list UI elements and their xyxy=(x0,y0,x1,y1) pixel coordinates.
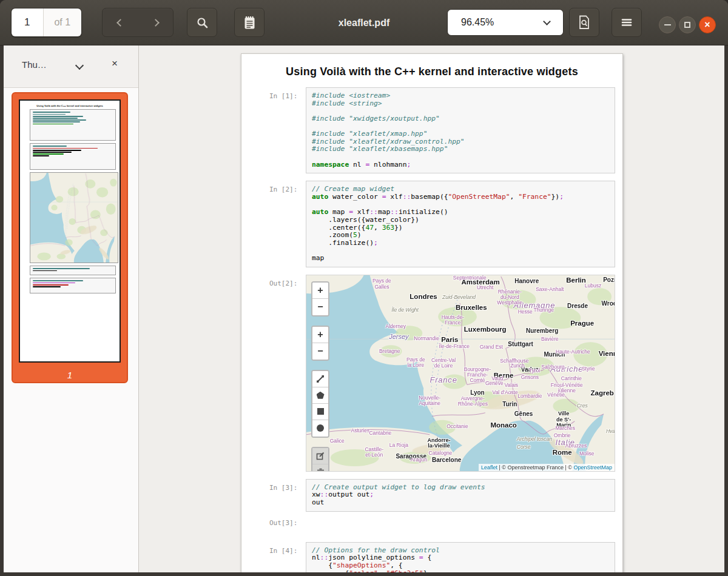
map-label: Castille- et-León xyxy=(365,447,383,458)
map-label: Londres xyxy=(410,293,437,300)
map-controls: + − + − xyxy=(311,281,329,472)
map-attribution: Leaflet | © Openstreetmap France | © Ope… xyxy=(479,464,615,471)
map-label: Grisons xyxy=(521,375,539,381)
map-label: Île-de-France xyxy=(439,344,470,349)
map-label: Jersey xyxy=(389,333,408,341)
evince-window: 1 of 1 xleaflet.pdf 96.45% xyxy=(0,0,728,576)
draw-toolbar xyxy=(311,370,329,438)
notebook-title: Using Voilà with the C++ kernel and inte… xyxy=(241,65,622,78)
map-label: Rome xyxy=(553,449,572,456)
map-label: Paris xyxy=(441,336,458,343)
map-label: Monaco xyxy=(490,421,516,429)
zoom-in-button: + xyxy=(312,283,328,299)
map-label: Valais xyxy=(505,383,519,389)
maximize-button[interactable] xyxy=(679,16,696,33)
titlebar: 1 of 1 xleaflet.pdf 96.45% xyxy=(0,0,728,45)
document-properties-button[interactable] xyxy=(569,8,599,37)
edit-layers-button xyxy=(312,448,328,464)
sidebar-mode-dropdown[interactable] xyxy=(75,61,84,70)
minimize-button[interactable] xyxy=(659,16,676,33)
zoom-level-select[interactable]: 96.45% xyxy=(447,9,564,36)
code-block: #include <iostream> #include <string> #i… xyxy=(306,87,615,173)
map-label: Ombrie xyxy=(554,433,571,438)
map-label: Hauts-de- France xyxy=(442,315,464,326)
map-label: Île de Wight xyxy=(391,307,419,313)
map-label: Val d'Aoste xyxy=(493,390,518,395)
search-button[interactable] xyxy=(187,8,217,37)
map-label: France xyxy=(430,376,457,384)
polyline-icon xyxy=(316,375,325,383)
map-label: Molise xyxy=(579,452,595,457)
map-label: Dresde xyxy=(567,303,588,310)
menu-button[interactable] xyxy=(612,8,642,37)
attribution-text: | © xyxy=(497,464,507,471)
attribution-text: | © xyxy=(564,464,573,471)
map-label: Schaffhouse xyxy=(500,358,528,364)
page-current-input[interactable]: 1 xyxy=(12,8,43,36)
map-label: Auvergne- Rhône-Alpes xyxy=(458,396,488,407)
next-page-button[interactable] xyxy=(138,8,173,36)
close-button[interactable]: × xyxy=(699,16,716,33)
notebook-cell-out3: Out[3]: xyxy=(241,519,622,535)
map-label: Haute-Autriche xyxy=(556,350,590,355)
delete-layers-button xyxy=(312,464,328,472)
map-label: Wrocław xyxy=(602,300,616,307)
map-label: Hanovre xyxy=(514,278,539,284)
draw-polygon-button xyxy=(312,387,328,404)
sidebar-close-icon[interactable]: × xyxy=(112,58,118,70)
thumbnail-panel: Using Voilà with the C++ kernel and inte… xyxy=(4,88,138,572)
chevron-right-icon xyxy=(152,19,160,27)
close-icon: × xyxy=(704,20,710,30)
map-label: Munich xyxy=(544,351,565,358)
cell-prompt: In [4]: xyxy=(269,547,297,555)
map-label: Hesse xyxy=(518,310,533,315)
openstreetmap-link: OpenStreetMap xyxy=(573,464,612,471)
map-label: Zagreb xyxy=(591,389,614,396)
map-label: Rhénanie- du-Nord Westphalie xyxy=(497,289,522,306)
map-label: Pays de la Loire xyxy=(406,357,425,367)
notebook-cell-out2: Out[2]: LondresAmsterdamBruxellesBerlinH… xyxy=(241,275,622,472)
map-label: Styrie xyxy=(582,366,595,372)
map-label: Corse xyxy=(517,444,531,450)
edit-icon xyxy=(316,452,325,460)
map-label: Marches xyxy=(555,426,575,432)
map-labels: LondresAmsterdamBruxellesBerlinHanovreDr… xyxy=(306,275,615,471)
sidebar-mode-label: Thu… xyxy=(22,59,47,70)
map-label: Aragon xyxy=(411,457,427,463)
map-label: Saragosse xyxy=(396,453,426,460)
trash-icon xyxy=(317,468,325,472)
map-label: Andorre- la-Vieille xyxy=(427,438,450,449)
annotations-button[interactable] xyxy=(234,8,265,37)
thumbnail-preview: Using Voilà with the C++ kernel and inte… xyxy=(19,99,121,363)
map-label: Vienne xyxy=(599,350,615,357)
cell-prompt: Out[3]: xyxy=(269,519,297,527)
leaflet-link: Leaflet xyxy=(481,464,497,471)
previous-page-button[interactable] xyxy=(103,8,138,36)
map-label: Bourgogne- Franche- Comté xyxy=(464,367,491,384)
square-icon xyxy=(317,408,324,415)
map-zoom-control-2: + − xyxy=(311,326,329,361)
page-number-entry[interactable]: 1 of 1 xyxy=(11,8,82,37)
notebook-cells: In [1]: #include <iostream> #include <st… xyxy=(241,87,622,572)
map-label: Italie xyxy=(556,438,575,447)
map-label: Cres xyxy=(577,404,588,409)
page-thumbnail[interactable]: Using Voilà with the C++ kernel and inte… xyxy=(12,92,128,383)
map-label: Lyon xyxy=(470,389,485,396)
thumbnail-map xyxy=(30,172,118,263)
attribution-text: Openstreetmap France xyxy=(507,464,564,471)
cell-prompt: In [3]: xyxy=(269,484,297,492)
chevron-left-icon xyxy=(116,19,124,27)
map-label: Luxembourg xyxy=(464,325,507,332)
map-label: Barcelone xyxy=(432,457,461,464)
map-label: Berne xyxy=(494,371,514,378)
map-label: Thuringe xyxy=(533,307,554,313)
map-label: Asturies xyxy=(351,428,370,434)
map-label: Occitanie xyxy=(447,424,468,430)
sidebar: Thu… × Using Voilà with the C++ kernel a… xyxy=(4,45,139,572)
draw-rectangle-button xyxy=(312,404,328,420)
map-label: Catalogne xyxy=(429,450,453,456)
map-label: Frioul-Vénétie julienne xyxy=(551,382,583,393)
map-label: Bavière xyxy=(541,337,559,343)
document-viewer[interactable]: Using Voilà with the C++ kernel and inte… xyxy=(139,45,724,572)
hamburger-icon xyxy=(621,18,632,27)
